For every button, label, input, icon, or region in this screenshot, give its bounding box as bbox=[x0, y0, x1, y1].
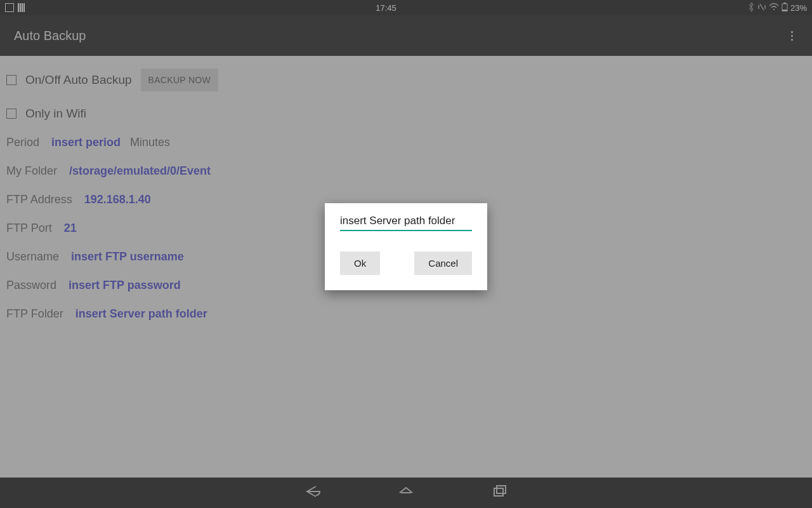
ok-button[interactable]: Ok bbox=[340, 251, 380, 275]
cancel-button[interactable]: Cancel bbox=[414, 251, 472, 275]
input-dialog: Ok Cancel bbox=[325, 203, 487, 290]
server-path-input[interactable] bbox=[340, 212, 472, 231]
